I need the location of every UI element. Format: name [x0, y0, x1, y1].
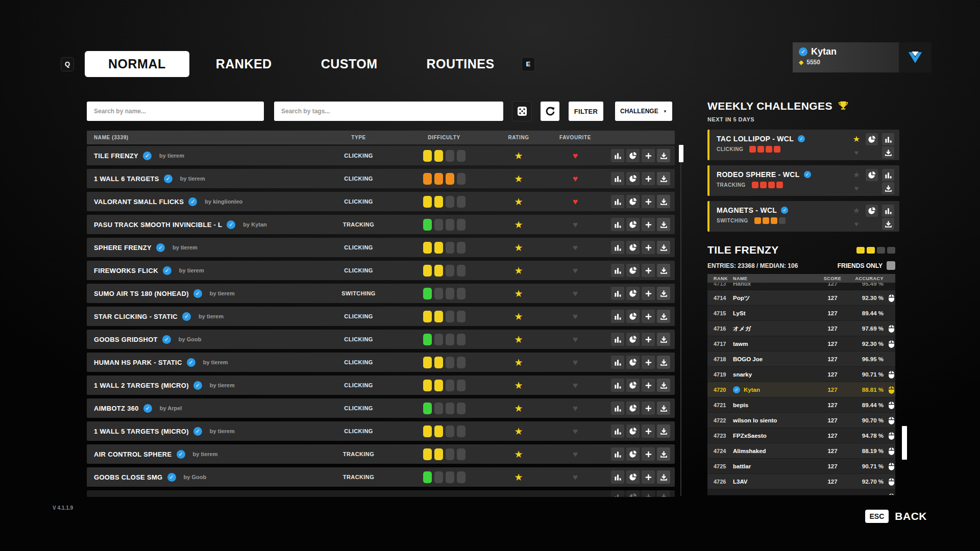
- leaderboard-row[interactable]: 4720✓Kytan12788.81 %: [707, 382, 895, 397]
- stats-button[interactable]: [611, 218, 624, 231]
- challenge-analytics-button[interactable]: [866, 169, 878, 181]
- scenario-row[interactable]: VALORANT SMALL FLICKS✓by kinglionleoCLIC…: [87, 192, 675, 211]
- friends-only-checkbox[interactable]: [887, 261, 895, 270]
- tab-routines[interactable]: ROUTINES: [411, 51, 510, 77]
- scenario-row[interactable]: HUMAN HS PARK - STATIC✓by tieremCLICKING…: [87, 353, 675, 372]
- rating-star-icon[interactable]: ★: [490, 404, 547, 413]
- download-button[interactable]: [657, 264, 670, 277]
- add-to-playlist-button[interactable]: [642, 172, 655, 185]
- stats-button[interactable]: [611, 447, 624, 461]
- stats-button[interactable]: [611, 356, 624, 369]
- challenge-analytics-button[interactable]: [866, 205, 878, 217]
- refresh-button[interactable]: [541, 102, 559, 121]
- challenge-star-icon[interactable]: ★: [853, 171, 860, 179]
- challenge-heart-icon[interactable]: ♥: [854, 149, 859, 156]
- scenario-row[interactable]: STAR CLICKING - STATIC✓by tieremCLICKING…: [87, 307, 675, 326]
- analytics-button[interactable]: [626, 470, 640, 484]
- favourite-heart-icon[interactable]: ♥: [547, 197, 603, 206]
- favourite-heart-icon[interactable]: ♥: [547, 174, 603, 183]
- scrollbar-thumb[interactable]: [679, 145, 683, 162]
- leaderboard-scrollbar[interactable]: [902, 422, 907, 524]
- back-button[interactable]: ESC BACK: [865, 510, 927, 523]
- scenario-row[interactable]: 1 WALL 2 TARGETS (MICRO)✓by tieremCLICKI…: [87, 375, 675, 395]
- add-to-playlist-button[interactable]: [642, 447, 655, 461]
- leaderboard-row[interactable]: 472712792.30 %: [707, 489, 895, 495]
- rating-star-icon[interactable]: ★: [490, 312, 547, 321]
- add-to-playlist-button[interactable]: [642, 287, 655, 300]
- analytics-button[interactable]: [626, 333, 640, 346]
- scenario-row[interactable]: TILE FRENZY✓by tieremCLICKING★♥: [87, 146, 675, 165]
- challenge-analytics-button[interactable]: [866, 133, 878, 145]
- favourite-heart-icon[interactable]: ♥: [547, 243, 603, 252]
- analytics-button[interactable]: [626, 447, 640, 461]
- add-to-playlist-button[interactable]: [642, 402, 655, 415]
- download-button[interactable]: [657, 447, 670, 461]
- leaderboard-row[interactable]: 4723FPZxSaesto12794.78 %: [707, 428, 895, 443]
- favourite-heart-icon[interactable]: ♥: [547, 289, 603, 298]
- rating-star-icon[interactable]: ★: [490, 381, 547, 390]
- rating-star-icon[interactable]: ★: [490, 335, 547, 344]
- challenge-download-button[interactable]: [882, 182, 894, 194]
- analytics-button[interactable]: [626, 310, 640, 323]
- stats-button[interactable]: [611, 490, 624, 497]
- analytics-button[interactable]: [626, 172, 640, 185]
- leaderboard-row[interactable]: 4713Hanux12795.49 %: [707, 283, 895, 290]
- stats-button[interactable]: [611, 264, 624, 277]
- stats-button[interactable]: [611, 241, 624, 254]
- scenario-row[interactable]: PASU TRACK SMOOTH INVINCIBLE - L✓by Kyta…: [87, 215, 675, 234]
- leaderboard-scrollbar-thumb[interactable]: [902, 426, 907, 460]
- analytics-button[interactable]: [626, 356, 640, 369]
- analytics-button[interactable]: [626, 402, 640, 415]
- scenario-row[interactable]: 1 WALL 6 TARGETS✓by tieremCLICKING★♥: [87, 169, 675, 188]
- weekly-challenge-card[interactable]: MAGNETS - WCL✓SWITCHING★♥: [707, 201, 899, 232]
- tab-normal[interactable]: NORMAL: [85, 51, 189, 77]
- weekly-challenge-card[interactable]: TAC LOLLIPOP - WCL✓CLICKING★♥: [707, 130, 899, 160]
- add-to-playlist-button[interactable]: [642, 241, 655, 254]
- leaderboard-row[interactable]: 4716オメガ12797.69 %: [707, 321, 895, 336]
- add-to-playlist-button[interactable]: [642, 195, 655, 208]
- scenario-row[interactable]: AIR CONTROL SPHERE✓by tieremTRACKING★♥: [87, 444, 675, 464]
- download-button[interactable]: [657, 195, 670, 208]
- challenge-dropdown[interactable]: CHALLENGE ▼: [615, 102, 672, 121]
- stats-button[interactable]: [611, 402, 624, 415]
- rating-star-icon[interactable]: ★: [490, 266, 547, 276]
- analytics-button[interactable]: [626, 241, 640, 254]
- stats-button[interactable]: [611, 310, 624, 323]
- favourite-heart-icon[interactable]: ♥: [547, 335, 603, 344]
- leaderboard-row[interactable]: 4724Alimshaked12788.19 %: [707, 443, 895, 459]
- tab-custom[interactable]: CUSTOM: [306, 51, 393, 77]
- challenge-download-button[interactable]: [882, 218, 894, 230]
- challenge-heart-icon[interactable]: ♥: [854, 220, 859, 228]
- leaderboard-row[interactable]: 4726L3AV12792.70 %: [707, 474, 895, 489]
- add-to-playlist-button[interactable]: [642, 356, 655, 369]
- download-button[interactable]: [657, 470, 670, 484]
- download-button[interactable]: [657, 333, 670, 346]
- download-button[interactable]: [657, 424, 670, 438]
- favourite-heart-icon[interactable]: ♥: [547, 220, 603, 229]
- stats-button[interactable]: [611, 172, 624, 185]
- leaderboard-row[interactable]: 4717tawm12792.30 %: [707, 336, 895, 352]
- challenge-stats-button[interactable]: [882, 169, 894, 181]
- rating-star-icon[interactable]: ★: [490, 427, 547, 436]
- rating-star-icon[interactable]: ★: [490, 472, 547, 482]
- leaderboard-row[interactable]: 4715LySt12789.44 %: [707, 306, 895, 321]
- analytics-button[interactable]: [626, 424, 640, 438]
- challenge-star-icon[interactable]: ★: [853, 135, 860, 143]
- challenge-stats-button[interactable]: [882, 133, 894, 145]
- favourite-heart-icon[interactable]: ♥: [547, 381, 603, 390]
- favourite-heart-icon[interactable]: ♥: [547, 450, 603, 459]
- download-button[interactable]: [657, 287, 670, 300]
- add-to-playlist-button[interactable]: [642, 379, 655, 392]
- favourite-heart-icon[interactable]: ♥: [547, 473, 603, 482]
- favourite-heart-icon[interactable]: ♥: [547, 427, 603, 436]
- search-by-tags-input[interactable]: [274, 102, 503, 121]
- rating-star-icon[interactable]: ★: [490, 220, 547, 230]
- download-button[interactable]: [657, 379, 670, 392]
- add-to-playlist-button[interactable]: [642, 310, 655, 323]
- stats-button[interactable]: [611, 379, 624, 392]
- scenario-row[interactable]: 1 WALL 5 TARGETS (MICRO)✓by tieremCLICKI…: [87, 421, 675, 441]
- add-to-playlist-button[interactable]: [642, 264, 655, 277]
- download-button[interactable]: [657, 218, 670, 231]
- filter-button[interactable]: FILTER: [569, 102, 603, 121]
- scenario-row[interactable]: FIREWORKS FLICK✓by tieremCLICKING★♥: [87, 261, 675, 280]
